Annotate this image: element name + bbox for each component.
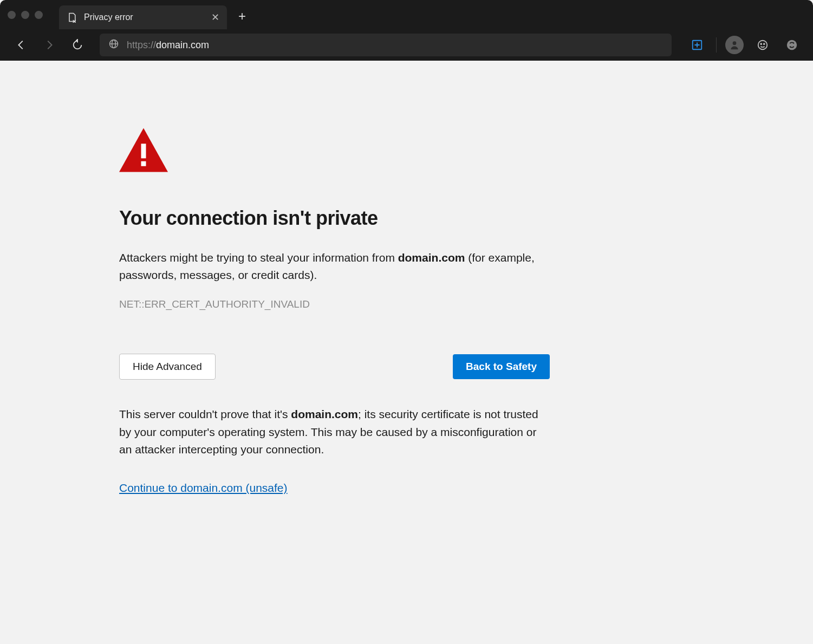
toolbar: https://domain.com: [0, 29, 813, 61]
address-bar[interactable]: https://domain.com: [100, 34, 672, 56]
tab-bar: Privacy error ✕ +: [0, 0, 813, 29]
proceed-unsafe-link[interactable]: Continue to domain.com (unsafe): [119, 482, 288, 494]
refresh-button[interactable]: [67, 35, 88, 55]
svg-point-6: [733, 41, 737, 45]
error-domain: domain.com: [398, 251, 465, 264]
tracking-prevention-icon[interactable]: [687, 35, 707, 55]
svg-point-10: [787, 40, 797, 50]
svg-point-9: [764, 43, 765, 44]
toolbar-right: [687, 35, 802, 55]
sync-icon[interactable]: [782, 35, 802, 55]
feedback-icon[interactable]: [752, 35, 773, 55]
back-button[interactable]: [11, 35, 31, 55]
hide-advanced-button[interactable]: Hide Advanced: [119, 354, 216, 380]
forward-button[interactable]: [39, 35, 60, 55]
advanced-domain: domain.com: [291, 408, 358, 420]
profile-button[interactable]: [725, 36, 744, 54]
url-host: domain.com: [156, 40, 209, 50]
globe-icon: [108, 38, 119, 51]
window-controls: [8, 11, 43, 19]
browser-chrome: Privacy error ✕ + https://domain.com: [0, 0, 813, 61]
advanced-explanation: This server couldn't prove that it's dom…: [119, 406, 550, 459]
browser-tab[interactable]: Privacy error ✕: [59, 5, 227, 29]
svg-point-7: [758, 41, 768, 50]
svg-point-8: [760, 43, 762, 44]
error-heading: Your connection isn't private: [119, 207, 550, 230]
url-text: https://domain.com: [127, 40, 209, 51]
svg-rect-12: [141, 144, 146, 158]
close-window-button[interactable]: [8, 11, 16, 19]
toolbar-separator: [716, 37, 717, 53]
error-container: Your connection isn't private Attackers …: [119, 126, 550, 495]
error-code: NET::ERR_CERT_AUTHORITY_INVALID: [119, 298, 550, 310]
svg-rect-13: [141, 161, 146, 166]
page-content: Your connection isn't private Attackers …: [0, 61, 813, 495]
close-tab-button[interactable]: ✕: [211, 11, 219, 23]
url-scheme: https://: [127, 40, 156, 50]
tab-title: Privacy error: [84, 12, 205, 22]
minimize-window-button[interactable]: [21, 11, 29, 19]
error-body: Attackers might be trying to steal your …: [119, 249, 550, 283]
warning-triangle-icon: [119, 126, 550, 174]
back-to-safety-button[interactable]: Back to Safety: [453, 354, 550, 379]
insecure-page-icon: [67, 12, 77, 23]
button-row: Hide Advanced Back to Safety: [119, 354, 550, 380]
new-tab-button[interactable]: +: [231, 5, 253, 27]
maximize-window-button[interactable]: [35, 11, 43, 19]
